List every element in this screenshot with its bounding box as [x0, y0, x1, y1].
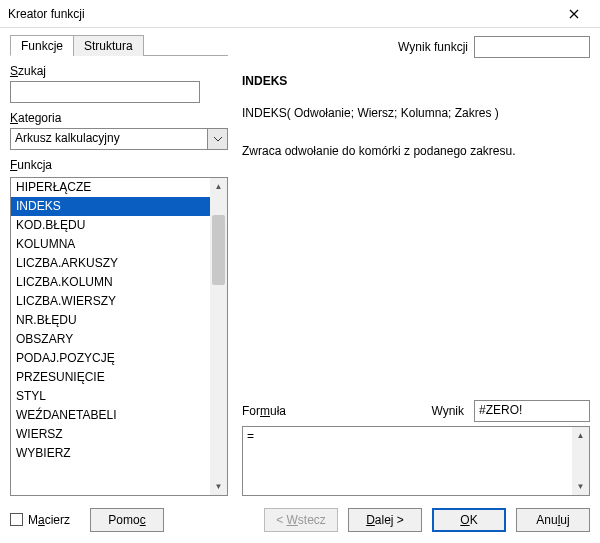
- dialog-footer: Macierz Pomoc < Wstecz Dalej > OK Anuluj: [0, 496, 600, 543]
- matrix-checkbox[interactable]: Macierz: [10, 513, 70, 527]
- tab-functions[interactable]: Funkcje: [10, 35, 74, 56]
- help-button[interactable]: Pomoc: [90, 508, 164, 532]
- scroll-down-button[interactable]: ▼: [572, 478, 589, 495]
- matrix-label: Macierz: [28, 513, 70, 527]
- chevron-up-icon: ▲: [577, 431, 585, 440]
- function-result-label: Wynik funkcji: [398, 40, 468, 54]
- close-button[interactable]: [554, 2, 594, 26]
- list-item[interactable]: WEŹDANETABELI: [11, 406, 210, 425]
- category-select[interactable]: Arkusz kalkulacyjny: [10, 128, 228, 150]
- list-item[interactable]: STYL: [11, 387, 210, 406]
- list-item[interactable]: INDEKS: [11, 197, 210, 216]
- formula-row: Formuła Wynik #ZERO!: [242, 400, 590, 422]
- scroll-track[interactable]: [572, 444, 589, 478]
- formula-scrollbar[interactable]: ▲ ▼: [572, 427, 589, 495]
- list-item[interactable]: LICZBA.KOLUMN: [11, 273, 210, 292]
- list-item[interactable]: LICZBA.WIERSZY: [11, 292, 210, 311]
- wynik-label: Wynik: [431, 404, 464, 418]
- list-item[interactable]: KOLUMNA: [11, 235, 210, 254]
- cancel-button[interactable]: Anuluj: [516, 508, 590, 532]
- wynik-field: #ZERO!: [474, 400, 590, 422]
- window-title: Kreator funkcji: [8, 7, 554, 21]
- right-panel: Wynik funkcji INDEKS INDEKS( Odwołanie; …: [242, 34, 590, 496]
- scroll-down-button[interactable]: ▼: [210, 478, 227, 495]
- function-signature: INDEKS( Odwołanie; Wiersz; Kolumna; Zakr…: [242, 106, 590, 120]
- list-item[interactable]: NR.BŁĘDU: [11, 311, 210, 330]
- list-item[interactable]: LICZBA.ARKUSZY: [11, 254, 210, 273]
- tab-structure[interactable]: Struktura: [73, 35, 144, 56]
- list-item[interactable]: WIERSZ: [11, 425, 210, 444]
- category-label: Kategoria: [10, 111, 228, 125]
- category-dropdown-button[interactable]: [208, 128, 228, 150]
- titlebar: Kreator funkcji: [0, 0, 600, 28]
- scroll-track[interactable]: [210, 195, 227, 478]
- function-name-heading: INDEKS: [242, 74, 590, 88]
- tab-bar: Funkcje Struktura: [10, 34, 228, 56]
- chevron-down-icon: ▼: [577, 482, 585, 491]
- back-button: < Wstecz: [264, 508, 338, 532]
- ok-button[interactable]: OK: [432, 508, 506, 532]
- chevron-down-icon: ▼: [215, 482, 223, 491]
- category-value: Arkusz kalkulacyjny: [10, 128, 208, 150]
- search-label: Szukaj: [10, 64, 228, 78]
- formula-textarea[interactable]: = ▲ ▼: [242, 426, 590, 496]
- formula-value: =: [243, 427, 572, 495]
- list-item[interactable]: HIPERŁĄCZE: [11, 178, 210, 197]
- scrollbar[interactable]: ▲ ▼: [210, 178, 227, 495]
- scroll-thumb[interactable]: [212, 215, 225, 285]
- close-icon: [569, 9, 579, 19]
- formula-label: Formuła: [242, 404, 425, 418]
- function-label: Funkcja: [10, 158, 228, 172]
- function-description: Zwraca odwołanie do komórki z podanego z…: [242, 144, 590, 158]
- chevron-down-icon: [214, 137, 222, 142]
- checkbox-box: [10, 513, 23, 526]
- list-item[interactable]: WYBIERZ: [11, 444, 210, 463]
- dialog-content: Funkcje Struktura Szukaj Kategoria Arkus…: [0, 28, 600, 496]
- list-item[interactable]: OBSZARY: [11, 330, 210, 349]
- list-item[interactable]: PODAJ.POZYCJĘ: [11, 349, 210, 368]
- scroll-up-button[interactable]: ▲: [210, 178, 227, 195]
- function-result-row: Wynik funkcji: [242, 36, 590, 58]
- chevron-up-icon: ▲: [215, 182, 223, 191]
- search-input[interactable]: [10, 81, 200, 103]
- list-item[interactable]: KOD.BŁĘDU: [11, 216, 210, 235]
- next-button[interactable]: Dalej >: [348, 508, 422, 532]
- left-panel: Funkcje Struktura Szukaj Kategoria Arkus…: [10, 34, 228, 496]
- function-listbox[interactable]: HIPERŁĄCZEINDEKSKOD.BŁĘDUKOLUMNALICZBA.A…: [10, 177, 228, 496]
- function-result-field: [474, 36, 590, 58]
- list-item[interactable]: PRZESUNIĘCIE: [11, 368, 210, 387]
- scroll-up-button[interactable]: ▲: [572, 427, 589, 444]
